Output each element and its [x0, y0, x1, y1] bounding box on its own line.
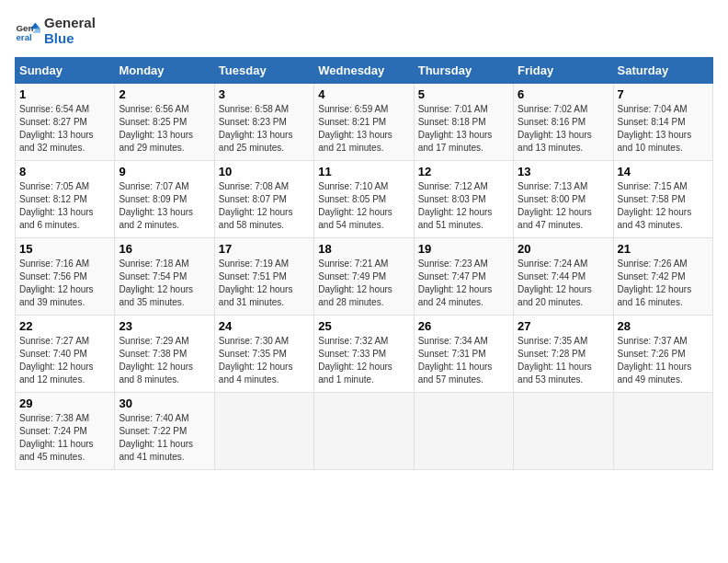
svg-text:eral: eral — [16, 32, 32, 42]
day-number: 10 — [219, 165, 310, 178]
day-number: 25 — [318, 319, 409, 333]
calendar-cell: 30Sunrise: 7:40 AMSunset: 7:22 PMDayligh… — [115, 393, 214, 470]
calendar-cell: 29Sunrise: 7:38 AMSunset: 7:24 PMDayligh… — [16, 393, 115, 470]
day-number: 21 — [618, 242, 709, 256]
calendar-cell: 9Sunrise: 7:07 AMSunset: 8:09 PMDaylight… — [115, 161, 214, 238]
weekday-header: Wednesday — [314, 58, 414, 84]
day-info: Sunrise: 7:07 AMSunset: 8:09 PMDaylight:… — [119, 180, 210, 232]
day-info: Sunrise: 6:58 AMSunset: 8:23 PMDaylight:… — [219, 103, 310, 155]
calendar-week-row: 15Sunrise: 7:16 AMSunset: 7:56 PMDayligh… — [16, 238, 713, 316]
day-number: 8 — [19, 165, 110, 178]
calendar-week-row: 8Sunrise: 7:05 AMSunset: 8:12 PMDaylight… — [16, 161, 713, 238]
day-info: Sunrise: 7:19 AMSunset: 7:51 PMDaylight:… — [219, 258, 310, 309]
day-number: 19 — [418, 242, 509, 256]
weekday-header: Thursday — [414, 58, 513, 84]
calendar-cell: 18Sunrise: 7:21 AMSunset: 7:49 PMDayligh… — [314, 238, 414, 316]
day-number: 11 — [318, 165, 409, 178]
day-number: 12 — [418, 165, 509, 178]
logo-icon: Gen eral — [15, 17, 40, 43]
day-info: Sunrise: 7:12 AMSunset: 8:03 PMDaylight:… — [418, 180, 509, 232]
calendar-table: SundayMondayTuesdayWednesdayThursdayFrid… — [15, 57, 713, 470]
day-info: Sunrise: 7:30 AMSunset: 7:35 PMDaylight:… — [219, 335, 310, 386]
weekday-header: Friday — [514, 58, 613, 84]
day-info: Sunrise: 7:29 AMSunset: 7:38 PMDaylight:… — [119, 335, 210, 386]
calendar-cell: 10Sunrise: 7:08 AMSunset: 8:07 PMDayligh… — [214, 161, 313, 238]
day-number: 28 — [618, 319, 709, 333]
day-info: Sunrise: 7:04 AMSunset: 8:14 PMDaylight:… — [618, 103, 709, 155]
logo: Gen eral General Blue — [15, 15, 96, 46]
calendar-cell: 11Sunrise: 7:10 AMSunset: 8:05 PMDayligh… — [314, 161, 414, 238]
day-info: Sunrise: 7:02 AMSunset: 8:16 PMDaylight:… — [518, 103, 609, 155]
day-number: 24 — [219, 319, 310, 333]
calendar-cell: 17Sunrise: 7:19 AMSunset: 7:51 PMDayligh… — [214, 238, 313, 316]
calendar-cell: 13Sunrise: 7:13 AMSunset: 8:00 PMDayligh… — [514, 161, 613, 238]
calendar-cell: 14Sunrise: 7:15 AMSunset: 7:58 PMDayligh… — [613, 161, 712, 238]
day-info: Sunrise: 7:10 AMSunset: 8:05 PMDaylight:… — [318, 180, 409, 232]
calendar-cell — [514, 393, 613, 470]
weekday-header: Sunday — [16, 58, 115, 84]
page-header: Gen eral General Blue — [15, 15, 713, 46]
calendar-cell: 25Sunrise: 7:32 AMSunset: 7:33 PMDayligh… — [314, 316, 414, 393]
day-number: 5 — [418, 87, 509, 101]
day-number: 1 — [19, 87, 110, 101]
day-info: Sunrise: 7:24 AMSunset: 7:44 PMDaylight:… — [518, 258, 609, 309]
calendar-cell: 27Sunrise: 7:35 AMSunset: 7:28 PMDayligh… — [514, 316, 613, 393]
day-number: 15 — [19, 242, 110, 256]
calendar-cell: 7Sunrise: 7:04 AMSunset: 8:14 PMDaylight… — [613, 84, 712, 161]
calendar-cell: 23Sunrise: 7:29 AMSunset: 7:38 PMDayligh… — [115, 316, 214, 393]
day-info: Sunrise: 7:15 AMSunset: 7:58 PMDaylight:… — [618, 180, 709, 232]
day-number: 14 — [618, 165, 709, 178]
calendar-cell: 8Sunrise: 7:05 AMSunset: 8:12 PMDaylight… — [16, 161, 115, 238]
weekday-header: Saturday — [613, 58, 712, 84]
calendar-cell: 12Sunrise: 7:12 AMSunset: 8:03 PMDayligh… — [414, 161, 513, 238]
day-info: Sunrise: 7:40 AMSunset: 7:22 PMDaylight:… — [119, 412, 210, 464]
calendar-cell — [214, 393, 313, 470]
day-info: Sunrise: 7:32 AMSunset: 7:33 PMDaylight:… — [318, 335, 409, 386]
day-info: Sunrise: 7:38 AMSunset: 7:24 PMDaylight:… — [19, 412, 110, 464]
day-number: 22 — [19, 319, 110, 333]
day-number: 3 — [219, 87, 310, 101]
day-number: 17 — [219, 242, 310, 256]
calendar-cell: 15Sunrise: 7:16 AMSunset: 7:56 PMDayligh… — [16, 238, 115, 316]
calendar-cell: 2Sunrise: 6:56 AMSunset: 8:25 PMDaylight… — [115, 84, 214, 161]
calendar-cell: 16Sunrise: 7:18 AMSunset: 7:54 PMDayligh… — [115, 238, 214, 316]
day-number: 16 — [119, 242, 210, 256]
calendar-cell: 6Sunrise: 7:02 AMSunset: 8:16 PMDaylight… — [514, 84, 613, 161]
day-info: Sunrise: 6:56 AMSunset: 8:25 PMDaylight:… — [119, 103, 210, 155]
day-number: 26 — [418, 319, 509, 333]
day-info: Sunrise: 7:18 AMSunset: 7:54 PMDaylight:… — [119, 258, 210, 309]
calendar-cell: 24Sunrise: 7:30 AMSunset: 7:35 PMDayligh… — [214, 316, 313, 393]
calendar-cell: 26Sunrise: 7:34 AMSunset: 7:31 PMDayligh… — [414, 316, 513, 393]
day-number: 2 — [119, 87, 210, 101]
day-info: Sunrise: 7:26 AMSunset: 7:42 PMDaylight:… — [618, 258, 709, 309]
calendar-week-row: 29Sunrise: 7:38 AMSunset: 7:24 PMDayligh… — [16, 393, 713, 470]
day-info: Sunrise: 7:05 AMSunset: 8:12 PMDaylight:… — [19, 180, 110, 232]
day-number: 7 — [618, 87, 709, 101]
day-number: 30 — [119, 396, 210, 410]
day-number: 18 — [318, 242, 409, 256]
calendar-cell — [314, 393, 414, 470]
weekday-header: Monday — [115, 58, 214, 84]
logo-blue-text: Blue — [44, 30, 96, 46]
day-number: 27 — [518, 319, 609, 333]
calendar-header-row: SundayMondayTuesdayWednesdayThursdayFrid… — [16, 58, 713, 84]
day-info: Sunrise: 7:13 AMSunset: 8:00 PMDaylight:… — [518, 180, 609, 232]
day-info: Sunrise: 7:37 AMSunset: 7:26 PMDaylight:… — [618, 335, 709, 386]
calendar-cell: 22Sunrise: 7:27 AMSunset: 7:40 PMDayligh… — [16, 316, 115, 393]
day-number: 29 — [19, 396, 110, 410]
calendar-week-row: 22Sunrise: 7:27 AMSunset: 7:40 PMDayligh… — [16, 316, 713, 393]
day-info: Sunrise: 7:23 AMSunset: 7:47 PMDaylight:… — [418, 258, 509, 309]
day-number: 23 — [119, 319, 210, 333]
calendar-cell: 1Sunrise: 6:54 AMSunset: 8:27 PMDaylight… — [16, 84, 115, 161]
calendar-week-row: 1Sunrise: 6:54 AMSunset: 8:27 PMDaylight… — [16, 84, 713, 161]
calendar-cell: 21Sunrise: 7:26 AMSunset: 7:42 PMDayligh… — [613, 238, 712, 316]
day-info: Sunrise: 6:54 AMSunset: 8:27 PMDaylight:… — [19, 103, 110, 155]
logo-text: General — [44, 15, 96, 30]
day-number: 20 — [518, 242, 609, 256]
day-info: Sunrise: 7:35 AMSunset: 7:28 PMDaylight:… — [518, 335, 609, 386]
day-info: Sunrise: 7:21 AMSunset: 7:49 PMDaylight:… — [318, 258, 409, 309]
day-info: Sunrise: 7:01 AMSunset: 8:18 PMDaylight:… — [418, 103, 509, 155]
calendar-cell — [414, 393, 513, 470]
calendar-cell: 4Sunrise: 6:59 AMSunset: 8:21 PMDaylight… — [314, 84, 414, 161]
day-info: Sunrise: 7:08 AMSunset: 8:07 PMDaylight:… — [219, 180, 310, 232]
